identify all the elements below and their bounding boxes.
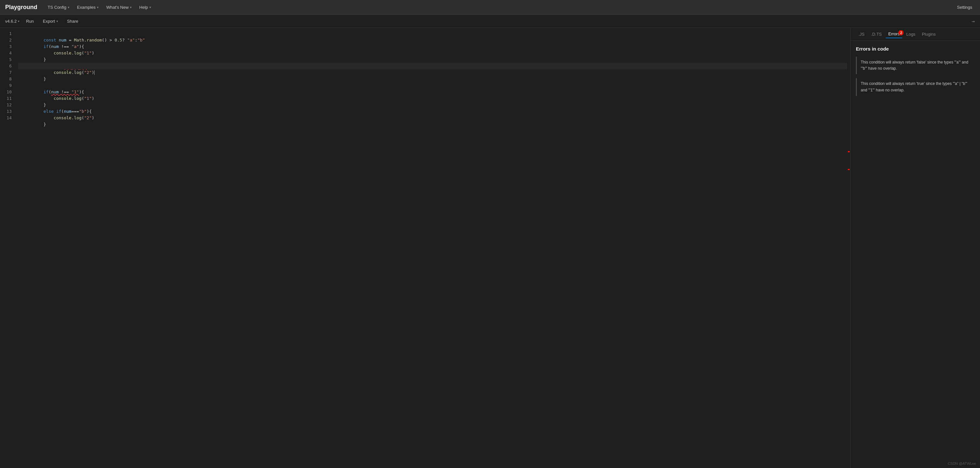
line-num: 14 [0,115,16,121]
code-line: console.log("1") [18,43,847,50]
chevron-down-icon: ▾ [150,5,151,9]
second-toolbar: v4.6.2 ▾ Run Export ▾ Share → [0,15,980,28]
code-line [18,76,847,82]
code-line: else if(num==="b"){ [18,56,847,63]
line-num: 13 [0,108,16,115]
chevron-down-icon: ▾ [56,19,58,23]
version-selector[interactable]: v4.6.2 ▾ [5,19,19,24]
code-line-active: console.log("2") [18,63,847,69]
nav-help[interactable]: Help ▾ [137,3,154,11]
code-line: if(num !== "a"){ [18,37,847,43]
tab-plugins[interactable]: Plugins [920,30,939,38]
nav-examples[interactable]: Examples ▾ [75,3,101,11]
top-navigation: Playground TS Config ▾ Examples ▾ What's… [0,0,980,15]
collapse-button[interactable]: → [972,18,975,24]
line-num: 9 [0,82,16,89]
chevron-down-icon: ▾ [130,5,132,9]
error-item: This condition will always return 'false… [856,57,975,74]
export-button[interactable]: Export ▾ [40,18,60,25]
settings-button[interactable]: Settings [955,3,975,11]
tab-errors[interactable]: Errors 2 [886,30,902,38]
line-num: 8 [0,76,16,82]
line-num: 2 [0,37,16,43]
chevron-down-icon: ▾ [18,19,19,23]
share-button[interactable]: Share [65,18,81,25]
code-line: } [18,50,847,56]
errors-title: Errors in code [856,46,975,51]
scroll-indicators [847,28,850,468]
error-indicator [848,151,850,152]
line-num: 3 [0,43,16,50]
watermark: CSDN @ATWLee [948,462,976,465]
line-num: 12 [0,102,16,108]
line-num: 10 [0,89,16,95]
line-num: 6 [0,63,16,69]
code-editor[interactable]: 1 2 3 4 5 6 7 8 9 10 11 12 13 14 const n… [0,28,850,468]
right-panel: .JS .D.TS Errors 2 Logs Plugins Errors i… [850,28,980,468]
line-num: 1 [0,30,16,37]
code-container: 1 2 3 4 5 6 7 8 9 10 11 12 13 14 const n… [0,28,850,468]
nav-whats-new[interactable]: What's New ▾ [104,3,134,11]
code-line: console.log("1") [18,89,847,95]
tab-dts[interactable]: .D.TS [869,30,885,38]
error-indicator [848,169,850,170]
panel-content: Errors in code This condition will alway… [851,41,980,468]
line-num: 7 [0,69,16,76]
error-item: This condition will always return 'true'… [856,78,975,96]
panel-tabs: .JS .D.TS Errors 2 Logs Plugins [851,28,980,41]
tab-logs[interactable]: Logs [904,30,918,38]
app-logo: Playground [5,4,37,11]
line-num: 11 [0,95,16,102]
main-content: 1 2 3 4 5 6 7 8 9 10 11 12 13 14 const n… [0,28,980,468]
chevron-down-icon: ▾ [97,5,99,9]
chevron-down-icon: ▾ [68,5,69,9]
code-line: } [18,69,847,76]
code-lines[interactable]: const num = Math.random() > 0.5? "a":"b"… [16,28,847,468]
code-line: } [18,95,847,102]
run-button[interactable]: Run [23,18,36,25]
error-count-badge: 2 [898,30,904,35]
line-num: 5 [0,56,16,63]
code-line: const num = Math.random() > 0.5? "a":"b" [18,30,847,37]
tab-js[interactable]: .JS [856,30,867,38]
line-numbers: 1 2 3 4 5 6 7 8 9 10 11 12 13 14 [0,28,16,468]
code-line: console.log("2") [18,108,847,115]
code-line: } [18,115,847,121]
nav-ts-config[interactable]: TS Config ▾ [45,3,72,11]
code-line: if(num !== "1"){ [18,82,847,89]
line-num: 4 [0,50,16,56]
code-line: else if(num==="b"){ [18,102,847,108]
